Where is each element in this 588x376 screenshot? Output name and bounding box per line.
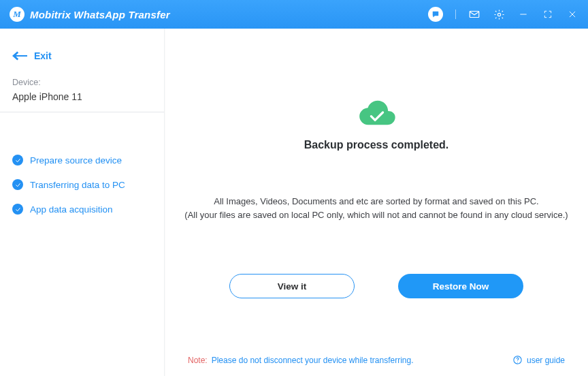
note-label: Note: bbox=[188, 356, 208, 365]
chat-icon[interactable] bbox=[428, 7, 443, 22]
sidebar: Exit Device: Apple iPhone 11 Prepare sou… bbox=[0, 29, 165, 376]
titlebar: M Mobitrix WhatsApp Transfer bbox=[0, 0, 588, 29]
cloud-check-icon bbox=[355, 98, 397, 127]
brand: M Mobitrix WhatsApp Transfer bbox=[10, 7, 170, 22]
description-line-1: All Images, Videos, Documents and etc ar… bbox=[184, 195, 568, 208]
step-transferring: Transferring data to PC bbox=[12, 179, 152, 190]
close-icon[interactable] bbox=[566, 8, 578, 20]
step-app-data: App data acquisition bbox=[12, 204, 152, 215]
headline: Backup process completed. bbox=[304, 139, 449, 151]
brand-logo-icon: M bbox=[10, 7, 24, 22]
view-button[interactable]: View it bbox=[229, 274, 355, 298]
settings-icon[interactable] bbox=[493, 8, 505, 20]
app-title: Mobitrix WhatsApp Transfer bbox=[30, 9, 170, 20]
step-prepare-source: Prepare source device bbox=[12, 155, 152, 166]
step-label: App data acquisition bbox=[30, 204, 113, 215]
footer: Note: Please do not disconnect your devi… bbox=[165, 355, 588, 365]
step-label: Transferring data to PC bbox=[30, 180, 125, 190]
arrow-left-icon bbox=[12, 51, 27, 61]
user-guide-label: user guide bbox=[527, 356, 565, 365]
check-icon bbox=[12, 155, 23, 166]
help-icon bbox=[512, 355, 523, 365]
description-line-2: (All your files are saved on local PC on… bbox=[184, 208, 568, 222]
svg-point-1 bbox=[497, 13, 500, 16]
steps-list: Prepare source device Transferring data … bbox=[0, 112, 164, 215]
titlebar-divider bbox=[455, 10, 456, 19]
maximize-icon[interactable] bbox=[542, 8, 554, 20]
user-guide-link[interactable]: user guide bbox=[512, 355, 565, 365]
step-label: Prepare source device bbox=[30, 155, 122, 166]
check-icon bbox=[12, 204, 23, 215]
exit-button[interactable]: Exit bbox=[0, 50, 164, 75]
main-panel: Backup process completed. All Images, Vi… bbox=[165, 29, 588, 376]
restore-button[interactable]: Restore Now bbox=[398, 274, 523, 298]
svg-point-6 bbox=[517, 362, 518, 362]
button-row: View it Restore Now bbox=[229, 274, 523, 298]
minimize-icon[interactable] bbox=[517, 8, 529, 20]
device-label: Device: bbox=[12, 78, 152, 87]
description: All Images, Videos, Documents and etc ar… bbox=[184, 195, 568, 222]
device-block: Device: Apple iPhone 11 bbox=[0, 75, 164, 112]
check-icon bbox=[12, 179, 23, 190]
titlebar-actions bbox=[428, 7, 578, 22]
exit-label: Exit bbox=[34, 50, 52, 61]
note-text: Please do not disconnect your device whi… bbox=[212, 356, 414, 365]
mail-icon[interactable] bbox=[468, 8, 480, 20]
device-name: Apple iPhone 11 bbox=[12, 91, 152, 102]
svg-rect-0 bbox=[470, 12, 479, 18]
